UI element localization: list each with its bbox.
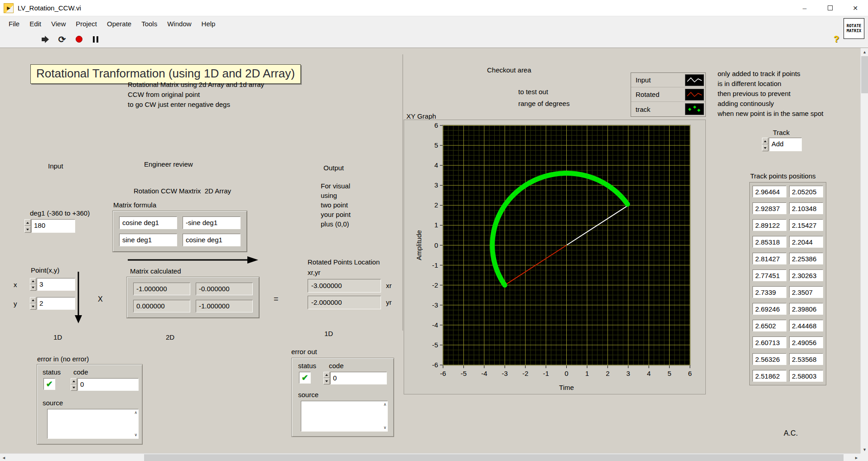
menu-item-window[interactable]: Window — [162, 18, 196, 30]
close-button[interactable] — [843, 0, 868, 16]
xy-graph[interactable]: -6-5-4-3-2-10123456-6-5-4-3-2-10123456Ti… — [404, 120, 706, 394]
track-cell[interactable]: 2.7339 — [752, 286, 786, 298]
horizontal-scrollbar[interactable]: ◄ ► — [0, 453, 860, 461]
deg1-control[interactable]: 180 — [24, 219, 75, 233]
decrement-button[interactable] — [762, 144, 768, 151]
track-cell[interactable]: 2.96464 — [752, 186, 786, 197]
error-out-code-control[interactable]: 0 — [323, 372, 387, 384]
point-y-control[interactable]: 2 — [30, 297, 75, 310]
deg1-value[interactable]: 180 — [31, 219, 75, 233]
matrix-formula-cell-11[interactable]: cosine deg1 — [183, 234, 241, 246]
matrix-formula-cell-01[interactable]: -sine deg1 — [183, 216, 241, 229]
menu-item-tools[interactable]: Tools — [136, 18, 162, 30]
legend-row-rotated[interactable]: Rotated — [631, 87, 705, 102]
point-y-value[interactable]: 2 — [37, 297, 75, 310]
track-cell[interactable]: 2.92837 — [752, 202, 786, 214]
decrement-button[interactable] — [30, 303, 36, 310]
track-cell[interactable]: 2.25386 — [789, 253, 823, 264]
track-cell[interactable]: 2.89122 — [752, 219, 786, 231]
code-spinner[interactable] — [323, 372, 330, 384]
menu-item-file[interactable]: File — [4, 18, 24, 30]
deg1-spinner[interactable] — [24, 219, 31, 233]
scroll-right-button[interactable]: ► — [853, 454, 860, 461]
matrix-formula-cell-10[interactable]: sine deg1 — [119, 234, 177, 246]
error-in-status-control[interactable] — [43, 378, 55, 390]
legend-row-input[interactable]: Input — [631, 73, 705, 87]
point-x-value[interactable]: 3 — [37, 278, 75, 291]
decrement-button[interactable] — [323, 378, 330, 384]
track-cell[interactable]: 2.56326 — [752, 353, 786, 365]
track-cell[interactable]: 2.39806 — [789, 303, 823, 315]
error-in-code-value[interactable]: 0 — [77, 378, 139, 391]
legend-plot-icon[interactable] — [685, 103, 704, 115]
track-cell[interactable]: 2.10348 — [789, 202, 823, 214]
track-cell[interactable]: 2.6502 — [752, 320, 786, 331]
menu-item-project[interactable]: Project — [71, 18, 102, 30]
error-out-code-value[interactable]: 0 — [330, 372, 387, 384]
track-cell[interactable]: 2.3507 — [789, 286, 823, 298]
track-cell[interactable]: 2.58003 — [789, 370, 823, 382]
scroll-up-button[interactable]: ▲ — [861, 48, 868, 56]
error-out-status-control[interactable] — [299, 372, 311, 384]
track-cell[interactable]: 2.81427 — [752, 253, 786, 264]
track-cell[interactable]: 2.30263 — [789, 269, 823, 281]
track-cell[interactable]: 2.2044 — [789, 236, 823, 248]
abort-button[interactable] — [72, 33, 85, 46]
decrement-button[interactable] — [30, 284, 36, 291]
horizontal-scroll-thumb[interactable] — [144, 454, 844, 461]
run-button[interactable] — [39, 33, 52, 46]
error-in-code-control[interactable]: 0 — [71, 378, 139, 391]
vi-icon-rotate-matrix[interactable]: ROTATE MATRIX — [844, 18, 864, 39]
point-x-control[interactable]: 3 — [30, 278, 75, 291]
increment-button[interactable] — [24, 219, 31, 226]
scroll-up-icon[interactable] — [134, 411, 137, 415]
scroll-up-icon[interactable] — [383, 403, 386, 407]
matrix-calculated-cell-01[interactable]: -0.000000 — [196, 283, 253, 295]
pause-button[interactable] — [89, 33, 102, 46]
track-cell[interactable]: 2.49056 — [789, 336, 823, 348]
vertical-scroll-thumb[interactable] — [861, 56, 868, 93]
matrix-calculated-cell-10[interactable]: 0.000000 — [133, 300, 190, 312]
increment-button[interactable] — [71, 378, 77, 384]
scroll-down-button[interactable]: ▼ — [861, 446, 868, 453]
legend-plot-icon[interactable] — [685, 74, 704, 86]
increment-button[interactable] — [30, 278, 36, 284]
scroll-down-icon[interactable] — [134, 433, 137, 437]
decrement-button[interactable] — [71, 384, 77, 391]
error-in-source-field[interactable] — [47, 409, 139, 439]
menu-item-operate[interactable]: Operate — [102, 18, 136, 30]
track-cell[interactable]: 2.15427 — [789, 219, 823, 231]
legend-row-track[interactable]: track — [631, 102, 705, 116]
matrix-formula-cell-00[interactable]: cosine deg1 — [119, 216, 177, 229]
point-x-spinner[interactable] — [30, 278, 36, 291]
error-out-source-field[interactable] — [301, 401, 388, 432]
maximize-button[interactable] — [817, 0, 843, 16]
track-mode-spinner[interactable] — [762, 138, 768, 151]
menu-item-help[interactable]: Help — [197, 18, 221, 30]
run-continuously-button[interactable] — [56, 33, 68, 46]
track-cell[interactable]: 2.53568 — [789, 353, 823, 365]
track-cell[interactable]: 2.51862 — [752, 370, 786, 382]
track-cell[interactable]: 2.77451 — [752, 269, 786, 281]
code-spinner[interactable] — [71, 378, 77, 391]
track-cell[interactable]: 2.69246 — [752, 303, 786, 315]
vertical-scrollbar[interactable]: ▲ ▼ — [860, 48, 868, 453]
track-mode-value[interactable]: Add — [769, 138, 802, 151]
track-cell[interactable]: 2.44468 — [789, 320, 823, 331]
increment-button[interactable] — [323, 372, 330, 378]
scroll-down-icon[interactable] — [383, 426, 386, 430]
point-y-spinner[interactable] — [30, 297, 36, 310]
minimize-button[interactable] — [792, 0, 817, 16]
track-cell[interactable]: 2.85318 — [752, 236, 786, 248]
menu-item-view[interactable]: View — [46, 18, 71, 30]
matrix-calculated-cell-00[interactable]: -1.000000 — [133, 283, 190, 295]
increment-button[interactable] — [30, 297, 36, 303]
increment-button[interactable] — [762, 138, 768, 144]
track-mode-control[interactable]: Add — [762, 138, 802, 151]
legend-plot-icon[interactable] — [685, 89, 704, 101]
xr-value-field[interactable]: -3.000000 — [308, 279, 381, 293]
track-cell[interactable]: 2.05205 — [789, 186, 823, 197]
decrement-button[interactable] — [24, 226, 31, 233]
matrix-calculated-cell-11[interactable]: -1.000000 — [196, 300, 253, 312]
scroll-left-button[interactable]: ◄ — [0, 454, 8, 461]
